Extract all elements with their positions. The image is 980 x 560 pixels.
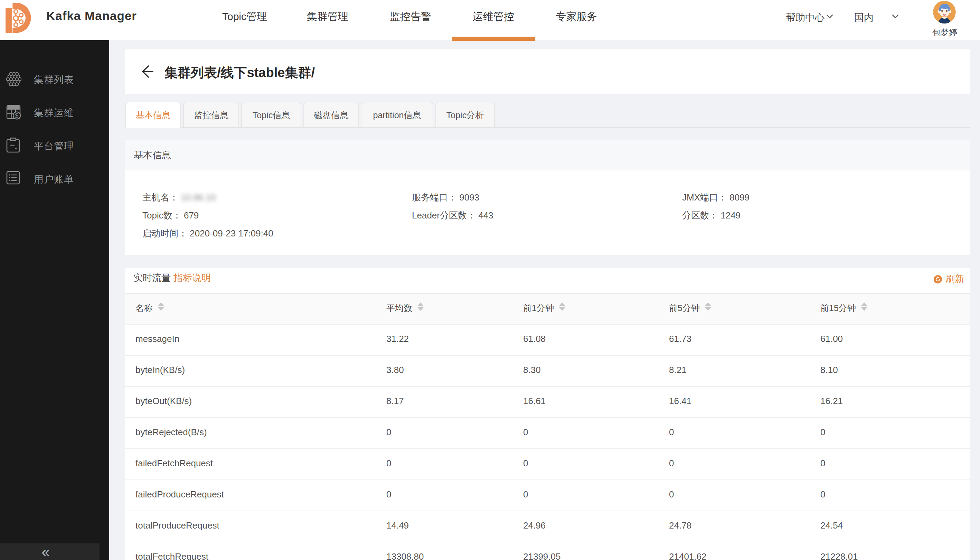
- svg-text:$: $: [15, 112, 19, 119]
